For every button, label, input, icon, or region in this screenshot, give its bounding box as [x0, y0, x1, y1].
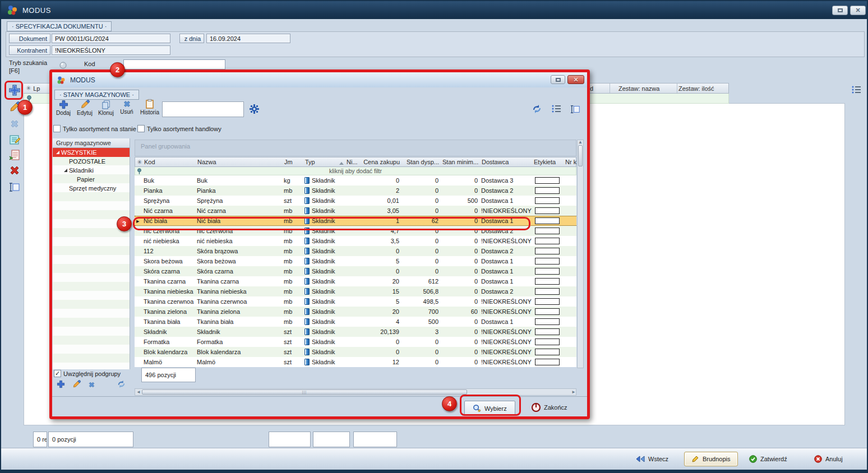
cell-nazwa[interactable]: Skora beżowa	[195, 258, 282, 265]
dodaj-button[interactable]: Dodaj	[53, 100, 73, 116]
cell-typ[interactable]: Składnik	[303, 349, 344, 355]
etykieta-box[interactable]	[535, 349, 560, 355]
cell-stan-dysp[interactable]: 0	[401, 338, 440, 345]
col-ni[interactable]: Ni...	[345, 159, 361, 165]
tree-item[interactable]: Skladniki	[53, 166, 130, 175]
cell-nazwa[interactable]: Nić biała	[195, 217, 282, 224]
cell-cena[interactable]: 3,05	[361, 207, 401, 214]
cell-jm[interactable]: mb	[282, 228, 303, 234]
cell-stan-min[interactable]: 60	[440, 308, 479, 315]
cell-dostawca[interactable]: Dostawca 1	[479, 197, 532, 204]
table-row[interactable]: Skora beżowaSkora beżowambSkładnik500Dos…	[135, 256, 576, 266]
cell-jm[interactable]: mb	[282, 238, 303, 244]
cell-typ[interactable]: Składnik	[303, 328, 344, 335]
cell-nazwa[interactable]: nić niebieska	[195, 238, 282, 244]
cell-typ[interactable]: Składnik	[303, 228, 344, 234]
row-indicator[interactable]: ▸	[135, 217, 142, 225]
cell-cena[interactable]: 1	[361, 217, 401, 224]
expander-icon[interactable]	[64, 169, 67, 172]
cell-stan-min[interactable]: 0	[440, 268, 479, 275]
cell-kod[interactable]: Skora beżowa	[142, 258, 195, 265]
tree-item[interactable]: Sprzęt medyczny	[53, 184, 130, 193]
wybierz-button[interactable]: Wybierz	[464, 401, 515, 416]
cell-cena[interactable]: 20	[361, 278, 401, 285]
cell-stan-dysp[interactable]: 3	[401, 328, 440, 335]
cell-stan-min[interactable]: 0	[440, 177, 479, 184]
cell-jm[interactable]: mb	[282, 248, 303, 254]
cell-dostawca[interactable]: !NIEOKREŚLONY	[479, 238, 532, 244]
col-stan-dysp[interactable]: Stan dysp...	[401, 159, 441, 165]
cell-nazwa[interactable]: Formatka	[195, 338, 282, 345]
notes-button[interactable]	[8, 133, 21, 146]
table-row[interactable]: Tkanina białaTkanina białambSkładnik4500…	[135, 317, 576, 327]
cell-dostawca[interactable]: !NIEOKREŚLONY	[479, 359, 532, 365]
cell-kod[interactable]: nić czerwona	[142, 228, 195, 234]
cell-dostawca[interactable]: !NIEOKREŚLONY	[479, 338, 532, 345]
cell-nazwa[interactable]: Tkanina zielona	[195, 308, 282, 315]
tree-add-button[interactable]	[57, 380, 65, 391]
cell-kod[interactable]: Nić czarna	[142, 207, 195, 214]
cell-cena[interactable]: 4	[361, 318, 401, 325]
cell-nazwa[interactable]: Buk	[195, 177, 282, 184]
cell-dostawca[interactable]: Dostawca 1	[479, 258, 532, 265]
cell-jm[interactable]: mb	[282, 318, 303, 325]
col-cena-zakupu[interactable]: Cena zakupu	[361, 159, 401, 165]
cell-kod[interactable]: Składnik	[142, 328, 195, 335]
etykieta-box[interactable]	[535, 359, 560, 365]
include-subgroups-checkbox[interactable]: ✓	[54, 370, 61, 377]
etykieta-box[interactable]	[535, 187, 560, 194]
cell-nazwa[interactable]: Sprężyna	[195, 197, 282, 204]
table-row[interactable]: PiankaPiankambSkładnik200Dostawca 2	[135, 186, 576, 196]
column-chooser-icon[interactable]	[851, 85, 861, 94]
cell-nazwa[interactable]: Skóra czarna	[195, 268, 282, 275]
cell-typ[interactable]: Składnik	[303, 258, 344, 265]
kod-search-input[interactable]	[123, 59, 225, 69]
cell-stan-dysp[interactable]: 0	[401, 228, 440, 234]
cell-typ[interactable]: Składnik	[303, 288, 344, 295]
cell-stan-min[interactable]: 0	[440, 207, 479, 214]
cell-stan-min[interactable]: 0	[440, 238, 479, 244]
list-settings-icon[interactable]	[551, 104, 561, 113]
cell-typ[interactable]: Składnik	[303, 248, 344, 254]
cell-kod[interactable]: Blok kalendarza	[142, 349, 195, 355]
cell-stan-min[interactable]: 0	[440, 328, 479, 335]
cell-nazwa[interactable]: Blok kalendarza	[195, 349, 282, 355]
cell-nazwa[interactable]: Tkanina niebieska	[195, 288, 282, 295]
cancel-document-button[interactable]	[8, 164, 21, 177]
cell-jm[interactable]: mb	[282, 298, 303, 305]
cell-stan-min[interactable]: 0	[440, 278, 479, 285]
cell-typ[interactable]: Składnik	[303, 207, 344, 214]
etykieta-box[interactable]	[535, 318, 560, 325]
cell-stan-dysp[interactable]: 500	[401, 318, 440, 325]
cell-kod[interactable]: Sprężyna	[142, 197, 195, 204]
grid-vertical-scrollbar[interactable]: ▲	[577, 140, 584, 368]
etykieta-box[interactable]	[535, 298, 560, 305]
row-height-button[interactable]	[8, 180, 21, 194]
cell-dostawca[interactable]: !NIEOKREŚLONY	[479, 308, 532, 315]
cell-stan-min[interactable]: 0	[440, 298, 479, 305]
import-document-button[interactable]	[8, 149, 21, 162]
cell-stan-min[interactable]: 0	[440, 248, 479, 254]
tree-delete-button[interactable]	[88, 381, 95, 391]
table-row[interactable]: SkładnikSkładniksztSkładnik20,13930!NIEO…	[135, 327, 576, 337]
cell-jm[interactable]: mb	[282, 187, 303, 194]
cell-stan-dysp[interactable]: 0	[401, 177, 440, 184]
only-in-stock-checkbox[interactable]	[53, 125, 61, 132]
cell-kod[interactable]: nić niebieska	[142, 238, 195, 244]
cell-dostawca[interactable]: Dostawca 2	[479, 187, 532, 194]
cell-cena[interactable]: 12	[361, 359, 401, 365]
cell-stan-dysp[interactable]: 0	[401, 359, 440, 365]
etykieta-box[interactable]	[535, 197, 560, 204]
table-row[interactable]: Tkanina niebieskaTkanina niebieskambSkła…	[135, 286, 576, 296]
cell-jm[interactable]: mb	[282, 258, 303, 265]
usun-button[interactable]: Usuń	[117, 100, 136, 115]
cell-dostawca[interactable]: Dostawca 2	[479, 228, 532, 234]
cell-dostawca[interactable]: !NIEOKREŚLONY	[479, 298, 532, 305]
cell-typ[interactable]: Składnik	[303, 238, 344, 244]
cell-dostawca[interactable]: !NIEOKREŚLONY	[479, 207, 532, 214]
cell-dostawca[interactable]: Dostawca 1	[479, 217, 532, 224]
cell-dostawca[interactable]: Dostawca 1	[479, 278, 532, 285]
cell-stan-dysp[interactable]: 0	[401, 268, 440, 275]
cell-nazwa[interactable]: Pianka	[195, 187, 282, 194]
cell-dostawca[interactable]: Dostawca 1	[479, 318, 532, 325]
